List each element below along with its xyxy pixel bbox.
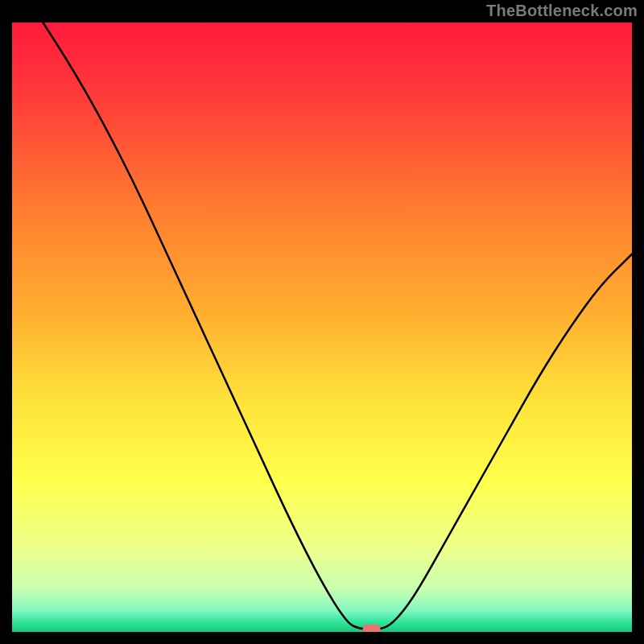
plot-area [12,23,632,632]
bottleneck-chart [12,23,632,632]
watermark-text: TheBottleneck.com [486,2,638,20]
chart-frame: TheBottleneck.com [0,0,644,644]
gradient-background [12,23,632,632]
optimum-marker [363,625,381,632]
